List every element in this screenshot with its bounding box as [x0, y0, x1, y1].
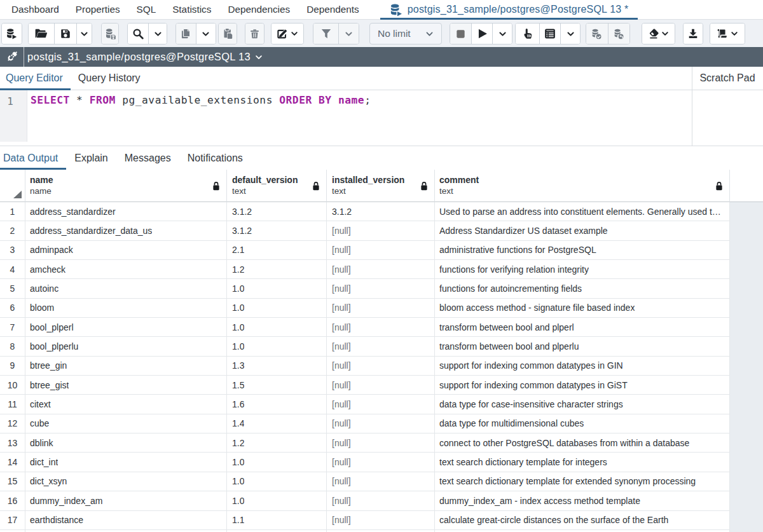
- rollback-button[interactable]: [608, 24, 629, 44]
- cell-name[interactable]: btree_gin: [25, 357, 227, 376]
- cell-comment[interactable]: functions for autoincrementing fields: [435, 279, 730, 298]
- open-file-button[interactable]: [29, 24, 54, 44]
- cell-default-version[interactable]: 1.2: [227, 433, 327, 453]
- filter-button[interactable]: [313, 24, 338, 44]
- cell-name[interactable]: dict_xsyn: [25, 472, 227, 491]
- cell-comment[interactable]: data type for multidimensional cubes: [435, 414, 730, 433]
- cancel-query-button[interactable]: [450, 24, 471, 44]
- cell-comment[interactable]: functions for verifying relation integri…: [435, 260, 730, 279]
- cell-comment[interactable]: support for indexing common datatypes in…: [435, 376, 730, 395]
- tab-query-editor[interactable]: Query Editor: [0, 67, 71, 90]
- cell-installed-version[interactable]: 3.1.2: [327, 202, 435, 221]
- row-number-cell[interactable]: 15: [0, 472, 25, 491]
- cell-default-version[interactable]: 3.1.2: [227, 221, 327, 240]
- cell-comment[interactable]: administrative functions for PostgreSQL: [435, 241, 730, 260]
- explain-options-button[interactable]: [560, 24, 580, 44]
- tab-sql[interactable]: SQL: [128, 0, 165, 19]
- cell-default-version[interactable]: 1.2: [227, 260, 327, 279]
- cell-installed-version[interactable]: [null]: [327, 511, 435, 530]
- save-data-changes-button[interactable]: [102, 24, 118, 44]
- explain-analyze-button[interactable]: [539, 24, 560, 44]
- cell-installed-version[interactable]: [null]: [327, 453, 435, 472]
- row-number-cell[interactable]: 8: [0, 337, 25, 356]
- save-file-options-button[interactable]: [76, 24, 92, 44]
- row-number-cell[interactable]: 1: [0, 202, 25, 221]
- column-header-default-version[interactable]: default_version text: [227, 170, 327, 202]
- cell-comment[interactable]: bloom access method - signature file bas…: [435, 299, 730, 318]
- cell-default-version[interactable]: 2.1: [227, 241, 327, 260]
- cell-default-version[interactable]: 1.0: [227, 472, 327, 491]
- cell-comment[interactable]: connect to other PostgreSQL databases fr…: [435, 433, 730, 453]
- cell-comment[interactable]: calculate great-circle distances on the …: [435, 511, 730, 530]
- tab-dashboard[interactable]: Dashboard: [3, 0, 67, 19]
- cell-installed-version[interactable]: [null]: [327, 376, 435, 395]
- edit-menu-button[interactable]: [272, 24, 303, 44]
- row-number-cell[interactable]: 6: [0, 299, 25, 318]
- cell-installed-version[interactable]: [null]: [327, 221, 435, 240]
- cell-installed-version[interactable]: [null]: [327, 299, 435, 318]
- scratch-pad-splitter[interactable]: [692, 67, 692, 146]
- cell-installed-version[interactable]: [null]: [327, 472, 435, 491]
- cell-name[interactable]: bool_plperlu: [25, 337, 227, 356]
- cell-default-version[interactable]: 1.0: [227, 299, 327, 318]
- select-all-corner[interactable]: [0, 170, 25, 202]
- cell-default-version[interactable]: 1.6: [227, 395, 327, 414]
- row-number-cell[interactable]: 10: [0, 376, 25, 395]
- cell-default-version[interactable]: 1.1: [227, 511, 327, 530]
- cell-name[interactable]: cube: [25, 414, 227, 433]
- row-number-cell[interactable]: 16: [0, 491, 25, 510]
- cell-default-version[interactable]: 1.0: [227, 337, 327, 356]
- find-button[interactable]: [128, 24, 148, 44]
- sql-code-line[interactable]: SELECT * FROM pg_available_extensions OR…: [31, 94, 371, 106]
- cell-name[interactable]: earthdistance: [25, 511, 227, 530]
- cell-name[interactable]: dummy_index_am: [25, 491, 227, 510]
- column-header-name[interactable]: name name: [25, 170, 227, 202]
- copy-options-button[interactable]: [196, 24, 216, 44]
- row-number-cell[interactable]: 13: [0, 433, 25, 453]
- tab-properties[interactable]: Properties: [67, 0, 128, 19]
- cell-comment[interactable]: support for indexing common datatypes in…: [435, 357, 730, 376]
- cell-installed-version[interactable]: [null]: [327, 279, 435, 298]
- cell-name[interactable]: btree_gist: [25, 376, 227, 395]
- download-button[interactable]: [684, 24, 703, 44]
- connection-chevron-icon[interactable]: [254, 53, 263, 62]
- cell-comment[interactable]: Used to parse an address into constituen…: [435, 202, 730, 221]
- paste-button[interactable]: [219, 24, 237, 44]
- row-number-cell[interactable]: 4: [0, 260, 25, 279]
- cell-comment[interactable]: text search dictionary template for exte…: [435, 472, 730, 491]
- cell-installed-version[interactable]: [null]: [327, 395, 435, 414]
- row-number-cell[interactable]: 17: [0, 511, 25, 530]
- cell-installed-version[interactable]: [null]: [327, 433, 435, 453]
- cell-name[interactable]: dblink: [25, 433, 227, 453]
- sql-editor[interactable]: 1 SELECT * FROM pg_available_extensions …: [0, 90, 692, 146]
- cell-name[interactable]: citext: [25, 395, 227, 414]
- tab-explain[interactable]: Explain: [66, 146, 116, 170]
- cell-default-version[interactable]: 1.5: [227, 376, 327, 395]
- explain-button[interactable]: [516, 24, 539, 44]
- row-number-cell[interactable]: 11: [0, 395, 25, 414]
- save-file-button[interactable]: [54, 24, 76, 44]
- connection-title[interactable]: postgis_31_sample/postgres@PostgreSQL 13: [27, 51, 251, 63]
- cell-installed-version[interactable]: [null]: [327, 241, 435, 260]
- row-number-cell[interactable]: 9: [0, 357, 25, 376]
- row-number-cell[interactable]: 14: [0, 453, 25, 472]
- row-number-cell[interactable]: 5: [0, 279, 25, 298]
- cell-comment[interactable]: data type for case-insensitive character…: [435, 395, 730, 414]
- cell-installed-version[interactable]: [null]: [327, 318, 435, 337]
- cell-name[interactable]: dict_int: [25, 453, 227, 472]
- tab-data-output[interactable]: Data Output: [0, 146, 66, 170]
- cell-default-version[interactable]: 1.0: [227, 318, 327, 337]
- delete-button[interactable]: [245, 24, 264, 44]
- cell-default-version[interactable]: 3.1.2: [227, 202, 327, 221]
- tab-dependents[interactable]: Dependents: [298, 0, 368, 19]
- query-tool-button[interactable]: [2, 24, 22, 44]
- tab-notifications[interactable]: Notifications: [179, 146, 251, 170]
- cell-comment[interactable]: dummy_index_am - index access method tem…: [435, 491, 730, 510]
- cell-installed-version[interactable]: [null]: [327, 337, 435, 356]
- column-header-installed-version[interactable]: installed_version text: [327, 170, 435, 202]
- cell-name[interactable]: address_standardizer: [25, 202, 227, 221]
- cell-name[interactable]: amcheck: [25, 260, 227, 279]
- row-number-cell[interactable]: 3: [0, 241, 25, 260]
- tab-statistics[interactable]: Statistics: [164, 0, 219, 19]
- execute-button[interactable]: [471, 24, 492, 44]
